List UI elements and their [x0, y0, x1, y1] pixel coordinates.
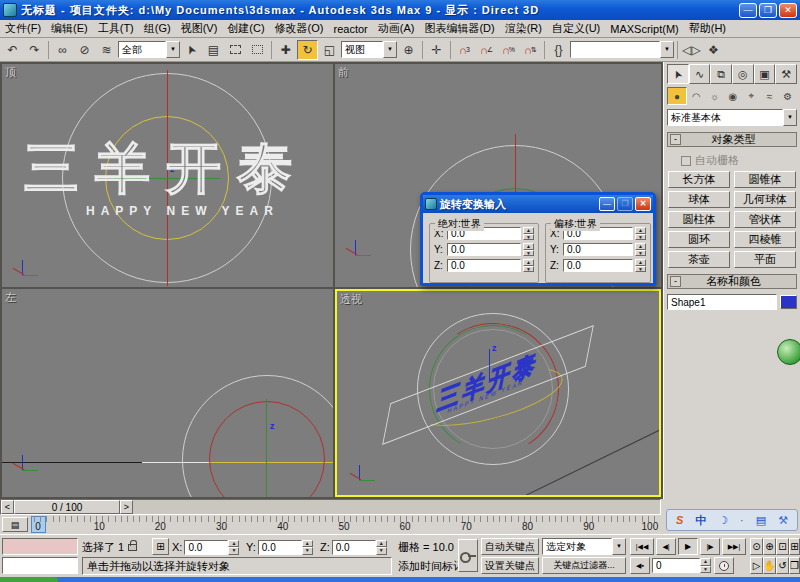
- time-slider-handle[interactable]: 0 / 100: [14, 500, 120, 514]
- angle-snap-icon[interactable]: ∩∠: [476, 40, 497, 60]
- dialog-close-button[interactable]: ✕: [635, 197, 651, 211]
- collapse-icon[interactable]: -: [670, 134, 681, 145]
- absolute-offset-toggle[interactable]: ⊞: [152, 538, 169, 555]
- menu-item-10[interactable]: 渲染(R): [500, 20, 547, 37]
- object-color-swatch[interactable]: [780, 295, 797, 309]
- play-button[interactable]: ▶: [678, 538, 698, 555]
- undo-icon[interactable]: ↶: [2, 40, 23, 60]
- menu-item-8[interactable]: 动画(A): [373, 20, 420, 37]
- object-type-button-6[interactable]: 圆环: [668, 231, 730, 248]
- set-keys-button[interactable]: [458, 539, 478, 572]
- object-type-button-7[interactable]: 四棱锥: [734, 231, 796, 248]
- set-key-button[interactable]: 设置关键点: [481, 557, 539, 574]
- snap-toggle-3d-icon[interactable]: ∩3: [454, 40, 475, 60]
- select-object-icon[interactable]: ➤: [181, 40, 202, 60]
- time-configuration-button[interactable]: [714, 557, 734, 574]
- maximize-button[interactable]: ❐: [759, 3, 777, 18]
- start-button-fragment[interactable]: [0, 577, 58, 582]
- select-and-rotate-icon[interactable]: ↻: [297, 40, 318, 60]
- named-selection-dropdown[interactable]: ▼: [570, 41, 674, 58]
- dialog-title-bar[interactable]: 旋转变换输入 — ❐ ✕: [423, 195, 653, 213]
- status-x-input[interactable]: 0.0: [184, 540, 228, 555]
- off-z-spinner[interactable]: ▲▼: [635, 259, 646, 272]
- object-type-button-5[interactable]: 管状体: [734, 211, 796, 228]
- moon-icon[interactable]: ☽: [718, 514, 728, 527]
- dialog-minimize-button[interactable]: —: [599, 197, 615, 211]
- menu-item-3[interactable]: 组(G): [139, 20, 176, 37]
- minimize-button[interactable]: —: [739, 3, 757, 18]
- tab-utilities[interactable]: ⚒: [775, 64, 797, 84]
- object-type-button-0[interactable]: 长方体: [668, 171, 730, 188]
- viewport-perspective-label[interactable]: 透视: [340, 292, 362, 307]
- object-name-input[interactable]: Shape1: [667, 294, 777, 310]
- track-bar[interactable]: ▤ 0102030405060708090100: [0, 516, 663, 534]
- frame-spinner[interactable]: ▲▼: [700, 558, 711, 573]
- object-type-button-1[interactable]: 圆锥体: [734, 171, 796, 188]
- category-lights-icon[interactable]: ☼: [706, 87, 724, 105]
- next-frame-arrow[interactable]: >: [120, 500, 133, 514]
- object-type-button-8[interactable]: 茶壶: [668, 251, 730, 268]
- name-color-rollout[interactable]: - 名称和颜色: [667, 274, 797, 289]
- arc-rotate-button[interactable]: ↺: [776, 557, 789, 574]
- object-type-button-3[interactable]: 几何球体: [734, 191, 796, 208]
- bind-to-spacewarp-icon[interactable]: ≋: [96, 40, 117, 60]
- object-type-button-2[interactable]: 球体: [668, 191, 730, 208]
- viewport-left-label[interactable]: 左: [5, 290, 16, 305]
- object-type-button-9[interactable]: 平面: [734, 251, 796, 268]
- selection-lock-icon[interactable]: [128, 544, 137, 551]
- maxscript-listener-pink[interactable]: [2, 538, 78, 555]
- abs-y-spinner[interactable]: ▲▼: [523, 243, 534, 256]
- mini-curve-editor-button[interactable]: ▤: [2, 517, 28, 532]
- chevron-down-icon[interactable]: ▼: [783, 109, 797, 126]
- reference-coordinate-dropdown[interactable]: 视图 ▼: [341, 41, 397, 58]
- next-frame-button[interactable]: |▶: [700, 538, 720, 555]
- spinner-snap-icon[interactable]: ∩⇅: [520, 40, 541, 60]
- off-x-spinner[interactable]: ▲▼: [635, 227, 646, 240]
- go-to-end-button[interactable]: ▶▶|: [722, 538, 746, 555]
- selection-set-dropdown[interactable]: 选定对象 ▼: [542, 538, 626, 555]
- use-center-icon[interactable]: ⊕: [398, 40, 419, 60]
- selection-filter-dropdown[interactable]: 全部 ▼: [118, 41, 180, 58]
- status-y-spinner[interactable]: ▲▼: [302, 540, 313, 555]
- menu-item-1[interactable]: 编辑(E): [46, 20, 93, 37]
- primitive-category-dropdown[interactable]: 标准基本体 ▼: [667, 109, 797, 126]
- mirror-icon[interactable]: ◁▷: [681, 40, 702, 60]
- auto-key-button[interactable]: 自动关键点: [481, 538, 539, 555]
- viewport-top-label[interactable]: 顶: [5, 65, 16, 80]
- viewport-perspective[interactable]: 透视 三羊开泰 HAPPY NEW YEAR z: [335, 289, 661, 497]
- chevron-down-icon[interactable]: ▼: [383, 41, 397, 58]
- keyboard-icon[interactable]: ▤: [756, 514, 766, 527]
- menu-item-5[interactable]: 创建(C): [222, 20, 269, 37]
- zoom-all-button[interactable]: ⊕: [763, 538, 776, 555]
- chevron-down-icon[interactable]: ▼: [612, 538, 626, 555]
- category-geometry-icon[interactable]: ●: [667, 87, 687, 105]
- select-by-name-icon[interactable]: ▤: [203, 40, 224, 60]
- select-and-link-icon[interactable]: ∞: [52, 40, 73, 60]
- tab-hierarchy[interactable]: ⧉: [710, 64, 732, 84]
- zoom-extents-all-button[interactable]: ⊞: [789, 538, 800, 555]
- zoom-extents-button[interactable]: ⊡: [776, 538, 789, 555]
- off-y-spinner[interactable]: ▲▼: [635, 243, 646, 256]
- viewport-front-label[interactable]: 前: [338, 65, 349, 80]
- select-and-scale-icon[interactable]: ◱: [319, 40, 340, 60]
- menu-item-6[interactable]: 修改器(O): [270, 20, 329, 37]
- off-z-input[interactable]: 0.0: [563, 259, 633, 272]
- viewport-top[interactable]: 顶 z 三羊开泰 HAPPY NEW YEAR: [2, 64, 333, 287]
- maximize-viewport-toggle[interactable]: ❐: [789, 557, 800, 574]
- redo-icon[interactable]: ↷: [24, 40, 45, 60]
- select-and-move-icon[interactable]: ✚: [275, 40, 296, 60]
- abs-x-spinner[interactable]: ▲▼: [523, 227, 534, 240]
- chevron-down-icon[interactable]: ▼: [660, 41, 674, 58]
- key-mode-toggle[interactable]: ◀▪: [630, 557, 650, 574]
- category-helpers-icon[interactable]: ⌖: [742, 87, 760, 105]
- status-x-spinner[interactable]: ▲▼: [228, 540, 239, 555]
- chinese-mode-icon[interactable]: 中: [695, 513, 706, 528]
- window-crossing-icon[interactable]: [247, 40, 268, 60]
- pan-view-button[interactable]: ✋: [763, 557, 776, 574]
- menu-item-4[interactable]: 视图(V): [176, 20, 223, 37]
- go-to-start-button[interactable]: |◀◀: [630, 538, 654, 555]
- object-type-rollout[interactable]: - 对象类型: [667, 132, 797, 147]
- viewport-left[interactable]: 左 z: [2, 289, 333, 497]
- rectangular-selection-region-icon[interactable]: [225, 40, 246, 60]
- wrench-icon[interactable]: ⚒: [778, 514, 788, 527]
